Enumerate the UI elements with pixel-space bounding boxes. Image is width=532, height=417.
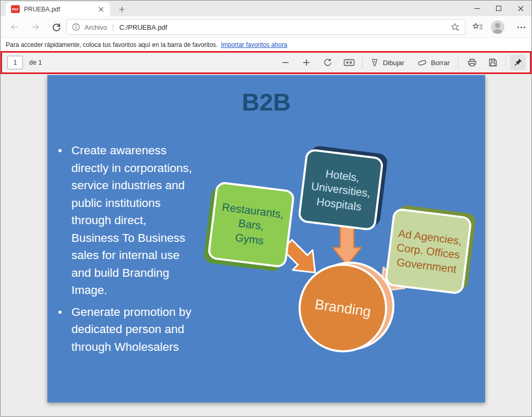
info-icon <box>72 23 80 31</box>
erase-button[interactable]: Borrar <box>415 55 452 70</box>
toolbar-separator <box>458 57 459 68</box>
profile-avatar[interactable] <box>491 20 504 34</box>
toolbar-separator <box>362 57 363 68</box>
slide-title: B2B <box>47 87 485 118</box>
node-hotels-universities-hospitals: Hotels, Universities, Hospitals <box>298 148 384 231</box>
forward-icon[interactable] <box>29 20 42 34</box>
close-icon[interactable] <box>510 1 531 16</box>
import-favorites-link[interactable]: Importar favoritos ahora <box>221 41 287 48</box>
arrow-hotels-to-branding <box>333 226 361 265</box>
pdf-tools: Dibujar Borrar <box>279 53 526 72</box>
favorites-notification-bar: Para acceder rápidamente, coloca tus fav… <box>1 38 531 51</box>
page-count-label: de 1 <box>29 59 42 66</box>
page-navigation: de 1 <box>7 53 42 72</box>
tab-title: PRUEBA.pdf <box>24 6 96 13</box>
notification-message: Para acceder rápidamente, coloca tus fav… <box>6 41 218 48</box>
more-menu-icon[interactable] <box>514 20 528 34</box>
draw-button[interactable]: Dibujar <box>368 55 406 70</box>
pen-nib-icon <box>370 58 379 67</box>
node-restaurants-bars-gyms: Restaurants, Bars, Gyms <box>207 181 295 268</box>
zoom-out-icon[interactable] <box>279 55 292 70</box>
pdf-file-icon: PDF <box>11 5 20 13</box>
address-url: C:/PRUEBA.pdf <box>119 23 167 31</box>
pdf-page-slide: B2B Create awareness directly in corpora… <box>47 75 485 402</box>
favorites-hub-icon[interactable] <box>471 20 485 34</box>
pdf-toolbar-annotated: de 1 Dibujar Borrar <box>1 51 531 74</box>
back-icon[interactable] <box>8 20 21 34</box>
address-scheme-label: Archivo <box>84 23 107 31</box>
tab-close-icon[interactable] <box>96 5 106 14</box>
print-icon[interactable] <box>465 55 479 70</box>
tab-prueba-pdf[interactable]: PDF PRUEBA.pdf <box>6 2 110 16</box>
toolbar-separator <box>505 57 506 68</box>
address-divider: | <box>112 23 114 31</box>
pdf-viewer-canvas[interactable]: B2B Create awareness directly in corpora… <box>1 74 531 416</box>
pin-toolbar-icon[interactable] <box>510 55 526 70</box>
navigation-bar: Archivo | C:/PRUEBA.pdf <box>1 16 531 38</box>
browser-window: PDF PRUEBA.pdf <box>0 0 532 417</box>
minimize-icon[interactable] <box>466 1 488 16</box>
refresh-icon[interactable] <box>50 20 63 34</box>
rotate-icon[interactable] <box>320 55 335 70</box>
erase-label: Borrar <box>431 59 450 67</box>
add-favorite-star-icon[interactable] <box>450 22 460 32</box>
tab-bar: PDF PRUEBA.pdf <box>1 1 531 16</box>
eraser-icon <box>417 58 427 67</box>
address-bar[interactable]: Archivo | C:/PRUEBA.pdf <box>66 19 465 35</box>
draw-label: Dibujar <box>383 59 404 67</box>
bullet-item: Generate promotion by dedicated person a… <box>57 303 244 356</box>
page-number-input[interactable] <box>7 56 23 69</box>
fit-to-width-icon[interactable] <box>341 55 357 70</box>
zoom-in-icon[interactable] <box>300 55 313 70</box>
new-tab-button[interactable] <box>116 4 128 15</box>
branding-label: Branding <box>314 296 372 320</box>
window-controls <box>466 1 531 16</box>
node-ad-agencies-corp-offices-government: Ad Agencies, Corp. Offices Government <box>384 207 472 295</box>
save-icon[interactable] <box>486 55 500 70</box>
maximize-icon[interactable] <box>488 1 510 16</box>
node-branding: Branding <box>299 264 387 352</box>
